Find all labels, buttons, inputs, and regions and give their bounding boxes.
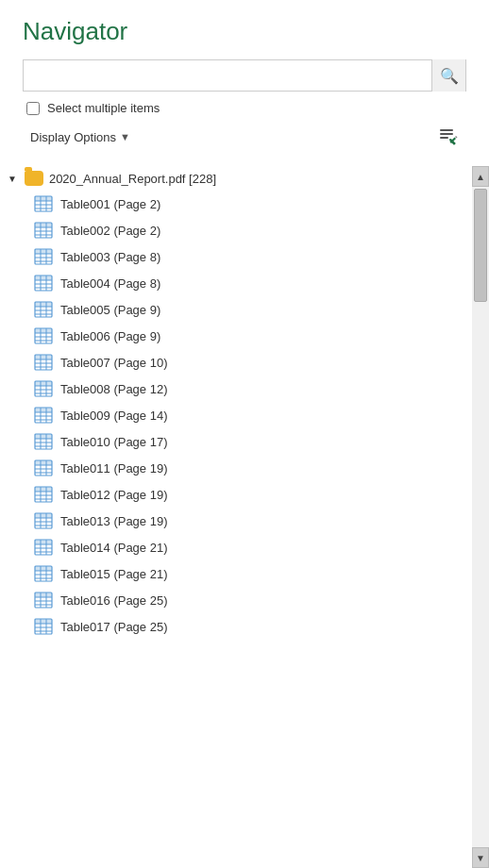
table-name: Table008 (Page 12)	[60, 382, 167, 396]
table-name: Table016 (Page 25)	[60, 593, 167, 608]
table-row[interactable]: Table004 (Page 8)	[0, 270, 472, 296]
table-name: Table015 (Page 21)	[60, 567, 167, 581]
svg-rect-23	[35, 249, 52, 254]
edit-button[interactable]	[434, 125, 463, 149]
svg-rect-107	[35, 566, 52, 571]
table-row[interactable]: Table011 (Page 19)	[0, 455, 472, 481]
svg-rect-100	[35, 540, 52, 544]
tree-content: ▼ 2020_Annual_Report.pdf [228]	[0, 166, 472, 868]
table-row[interactable]: Table006 (Page 9)	[0, 323, 472, 349]
folder-row[interactable]: ▼ 2020_Annual_Report.pdf [228]	[0, 166, 472, 191]
table-name: Table012 (Page 19)	[60, 488, 167, 502]
table-icon	[34, 275, 53, 292]
svg-rect-44	[35, 328, 52, 333]
svg-rect-58	[35, 381, 52, 386]
search-button[interactable]: 🔍	[431, 59, 465, 92]
down-arrow-icon: ▼	[476, 853, 485, 863]
search-icon: 🔍	[440, 67, 459, 85]
scroll-up-button[interactable]: ▲	[472, 166, 489, 187]
table-icon	[34, 195, 53, 212]
folder-icon	[25, 171, 43, 186]
svg-rect-72	[35, 434, 52, 439]
scrollbar: ▲ ▼	[472, 166, 489, 868]
table-icon	[34, 407, 53, 424]
table-row[interactable]: Table014 (Page 21)	[0, 534, 472, 560]
display-options-button[interactable]: Display Options ▼	[26, 128, 134, 146]
svg-rect-51	[35, 355, 52, 359]
table-row[interactable]: Table002 (Page 2)	[0, 217, 472, 243]
search-input[interactable]	[24, 60, 431, 91]
table-name: Table005 (Page 9)	[60, 303, 160, 317]
svg-rect-0	[440, 129, 453, 131]
collapse-icon: ▼	[8, 174, 17, 184]
table-icon	[34, 565, 53, 582]
table-icon	[34, 459, 53, 476]
svg-rect-114	[35, 593, 52, 597]
svg-rect-121	[35, 619, 52, 624]
table-row[interactable]: Table015 (Page 21)	[0, 560, 472, 587]
table-row[interactable]: Table001 (Page 2)	[0, 191, 472, 217]
table-row[interactable]: Table007 (Page 10)	[0, 349, 472, 376]
table-name: Table009 (Page 14)	[60, 409, 167, 423]
table-row[interactable]: Table013 (Page 19)	[0, 508, 472, 534]
select-multiple-label: Select multiple items	[47, 101, 160, 115]
table-name: Table006 (Page 9)	[60, 329, 160, 343]
tree-area: ▼ 2020_Annual_Report.pdf [228]	[0, 166, 489, 868]
svg-rect-9	[35, 196, 52, 201]
svg-rect-2	[440, 137, 448, 139]
table-name: Table014 (Page 21)	[60, 541, 167, 555]
svg-rect-79	[35, 460, 52, 465]
header: Navigator 🔍 Select multiple items Displa…	[0, 0, 489, 166]
table-icon	[34, 539, 53, 556]
table-icon	[34, 248, 53, 265]
table-name: Table017 (Page 25)	[60, 620, 167, 634]
table-name: Table002 (Page 2)	[60, 224, 160, 238]
svg-rect-65	[35, 408, 52, 412]
display-options-row: Display Options ▼	[23, 125, 466, 149]
search-bar: 🔍	[23, 59, 466, 92]
table-row[interactable]: Table003 (Page 8)	[0, 243, 472, 270]
table-list: Table001 (Page 2) Table002 (Page 2)	[0, 191, 472, 640]
svg-rect-37	[35, 302, 52, 307]
table-icon	[34, 354, 53, 371]
edit-icon	[438, 126, 459, 147]
navigator-panel: Navigator 🔍 Select multiple items Displa…	[0, 0, 489, 868]
table-row[interactable]: Table005 (Page 9)	[0, 296, 472, 323]
table-name: Table011 (Page 19)	[60, 461, 167, 476]
table-row[interactable]: Table008 (Page 12)	[0, 376, 472, 402]
select-multiple-row: Select multiple items	[23, 101, 466, 115]
table-icon	[34, 327, 53, 344]
table-name: Table013 (Page 19)	[60, 514, 167, 528]
folder-name: 2020_Annual_Report.pdf [228]	[49, 172, 216, 186]
table-row[interactable]: Table009 (Page 14)	[0, 402, 472, 428]
scroll-down-button[interactable]: ▼	[472, 847, 489, 868]
table-name: Table004 (Page 8)	[60, 276, 160, 291]
svg-rect-86	[35, 487, 52, 492]
chevron-down-icon: ▼	[120, 131, 130, 142]
table-name: Table010 (Page 17)	[60, 435, 167, 449]
table-row[interactable]: Table012 (Page 19)	[0, 481, 472, 508]
table-icon	[34, 301, 53, 318]
display-options-label: Display Options	[30, 130, 116, 144]
table-icon	[34, 222, 53, 239]
table-icon	[34, 486, 53, 503]
svg-rect-16	[35, 223, 52, 227]
up-arrow-icon: ▲	[476, 172, 485, 182]
table-row[interactable]: Table016 (Page 25)	[0, 587, 472, 613]
table-icon	[34, 433, 53, 450]
svg-rect-1	[440, 133, 453, 135]
table-icon	[34, 380, 53, 397]
table-name: Table003 (Page 8)	[60, 250, 160, 264]
table-row[interactable]: Table010 (Page 17)	[0, 428, 472, 455]
table-icon	[34, 512, 53, 529]
table-row[interactable]: Table017 (Page 25)	[0, 613, 472, 640]
svg-rect-93	[35, 513, 52, 518]
scrollbar-thumb[interactable]	[474, 189, 487, 302]
table-icon	[34, 592, 53, 609]
svg-rect-30	[35, 275, 52, 280]
table-name: Table007 (Page 10)	[60, 356, 167, 370]
table-name: Table001 (Page 2)	[60, 197, 160, 211]
page-title: Navigator	[23, 17, 466, 46]
table-icon	[34, 618, 53, 635]
select-multiple-checkbox[interactable]	[26, 102, 40, 115]
